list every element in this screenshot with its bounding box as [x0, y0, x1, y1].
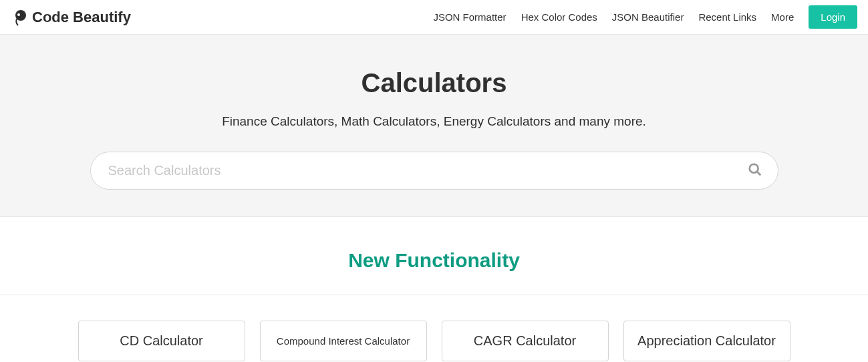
- nav: JSON Formatter Hex Color Codes JSON Beau…: [433, 5, 857, 29]
- page-title: Calculators: [0, 68, 868, 98]
- nav-link-json-formatter[interactable]: JSON Formatter: [433, 11, 506, 23]
- svg-point-1: [17, 13, 20, 16]
- section-title: New Functionality: [0, 249, 868, 272]
- nav-link-recent-links[interactable]: Recent Links: [698, 11, 756, 23]
- card-cagr-calculator[interactable]: CAGR Calculator: [442, 321, 609, 361]
- nav-link-hex-color-codes[interactable]: Hex Color Codes: [521, 11, 597, 23]
- hero-section: Calculators Finance Calculators, Math Ca…: [0, 35, 868, 217]
- card-cd-calculator[interactable]: CD Calculator: [78, 321, 245, 361]
- new-functionality-section: New Functionality CD Calculator Compound…: [0, 217, 868, 362]
- search-input[interactable]: [90, 152, 778, 190]
- card-row: CD Calculator Compound Interest Calculat…: [0, 321, 868, 361]
- page-subtitle: Finance Calculators, Math Calculators, E…: [0, 114, 868, 129]
- logo-icon: [11, 8, 29, 27]
- nav-link-more[interactable]: More: [771, 11, 794, 23]
- logo-text: Code Beautify: [32, 9, 131, 26]
- card-appreciation-calculator[interactable]: Appreciation Calculator: [623, 321, 790, 361]
- header: Code Beautify JSON Formatter Hex Color C…: [0, 0, 868, 35]
- search-wrap: [50, 152, 819, 190]
- logo[interactable]: Code Beautify: [11, 8, 131, 27]
- divider: [0, 295, 868, 295]
- card-compound-interest-calculator[interactable]: Compound Interest Calculator: [260, 321, 427, 361]
- nav-link-json-beautifier[interactable]: JSON Beautifier: [612, 11, 684, 23]
- login-button[interactable]: Login: [809, 5, 857, 29]
